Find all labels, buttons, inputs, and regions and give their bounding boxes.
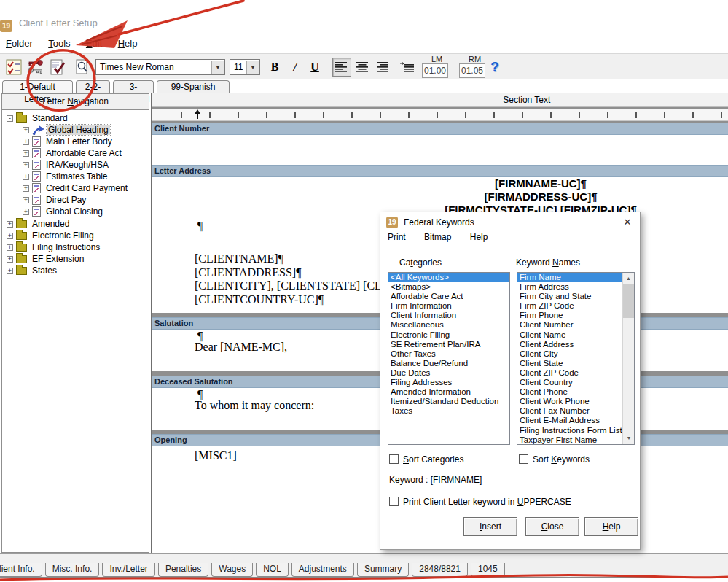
uppercase-option[interactable]: Print Client Letter keyword in UPPERCASE (389, 497, 571, 507)
scroll-up-icon[interactable]: ▲ (623, 273, 634, 284)
italic-button[interactable]: / (286, 58, 305, 77)
close-icon[interactable]: ✕ (621, 217, 634, 228)
dialog-menu-bitmap[interactable]: Bitmap (424, 232, 451, 242)
tab-penalties[interactable]: Penalties (158, 563, 208, 577)
tab-misc-info[interactable]: Misc. Info. (45, 563, 100, 577)
category-item[interactable]: <All Keywords> (388, 273, 509, 282)
tree-item-states[interactable]: + States (7, 265, 58, 276)
tab-wages[interactable]: Wages (211, 563, 253, 577)
align-right-button[interactable] (374, 58, 393, 77)
tab-special[interactable]: 3-Special (113, 80, 154, 93)
keyword-item[interactable]: Firm Name (517, 273, 622, 282)
menu-tools[interactable]: Tools (48, 38, 70, 49)
sort-keywords-checkbox[interactable] (519, 454, 528, 464)
category-item[interactable]: Client Information (388, 311, 509, 320)
sort-keywords-option[interactable]: Sort Keywords (519, 454, 590, 465)
expand-icon[interactable]: + (7, 221, 13, 228)
dialog-menu-help[interactable]: Help (470, 232, 488, 242)
tab-client-info[interactable]: lient Info. (0, 563, 42, 577)
tab-adjustments[interactable]: Adjustments (291, 563, 354, 577)
keyword-item[interactable]: Client Number (517, 320, 622, 330)
tab-default-letters[interactable]: 1-Default Letters (2, 80, 73, 93)
category-item[interactable]: <Bitmaps> (388, 282, 509, 292)
expand-icon[interactable]: + (23, 209, 29, 215)
category-item[interactable]: Miscellaneous (388, 320, 509, 330)
sort-categories-option[interactable]: Sort Categories (389, 454, 463, 465)
bold-button[interactable]: B (265, 58, 284, 77)
expand-icon[interactable]: + (7, 268, 13, 274)
align-left-button[interactable] (332, 58, 351, 77)
keyword-item[interactable]: Firm City and State (517, 292, 622, 301)
align-center-button[interactable] (353, 58, 372, 77)
category-item[interactable]: Filing Addresses (388, 378, 509, 387)
font-family-select[interactable]: Times New Roman ▼ (95, 59, 225, 75)
category-item[interactable]: Taxes (388, 406, 509, 416)
expand-icon[interactable]: + (23, 139, 29, 145)
tree-item-credit-card-payment[interactable]: + Credit Card Payment (23, 182, 129, 194)
sections-checklist-button[interactable] (4, 58, 23, 77)
keyword-names-listbox[interactable]: Firm Name Firm Address Firm City and Sta… (517, 272, 635, 445)
category-item[interactable]: Due Dates (388, 368, 509, 378)
category-item[interactable]: Affordable Care Act (388, 292, 509, 301)
spellcheck-button[interactable] (48, 58, 67, 77)
keyword-item[interactable]: Client Name (517, 330, 622, 340)
tree-item-filing-instructions[interactable]: + Filing Instructions (7, 241, 101, 253)
keyword-item[interactable]: Client Work Phone (517, 397, 622, 406)
expand-icon[interactable]: + (23, 127, 29, 133)
expand-icon[interactable]: + (7, 244, 13, 251)
keyword-item[interactable]: Firm ZIP Code (517, 301, 622, 311)
expand-icon[interactable]: + (7, 256, 13, 263)
expand-icon[interactable]: + (23, 162, 29, 168)
indent-button[interactable] (398, 58, 417, 77)
margin-marker[interactable] (193, 109, 202, 120)
tree-item-affordable-care-act[interactable]: + Affordable Care Act (23, 147, 123, 159)
tab-2848-8821[interactable]: 2848/8821 (412, 563, 468, 577)
keyword-item[interactable]: Client Phone (517, 387, 622, 397)
scrollbar-thumb[interactable] (623, 284, 635, 318)
category-item[interactable]: Itemized/Standard Deduction (388, 397, 509, 406)
tree-item-standard[interactable]: - Standard (7, 112, 69, 124)
tab-spanish-letters[interactable]: 99-Spanish Letters (157, 80, 230, 93)
tree-item-direct-pay[interactable]: + Direct Pay (23, 194, 87, 206)
menu-edit[interactable]: Edit (86, 38, 102, 49)
tree-item-amended[interactable]: + Amended (7, 218, 71, 230)
help-button[interactable]: Help (584, 517, 638, 536)
keyword-item[interactable]: Client Address (517, 340, 622, 349)
keyword-item[interactable]: Client Fax Number (517, 406, 622, 416)
expand-icon[interactable]: + (23, 185, 29, 192)
tree-item-ef-extension[interactable]: + EF Extension (7, 253, 85, 265)
keyword-item[interactable]: Client Country (517, 378, 622, 387)
category-item[interactable]: SE Retirement Plan/IRA (388, 340, 509, 349)
chevron-down-icon[interactable]: ▼ (246, 61, 259, 74)
print-preview-button[interactable] (73, 58, 92, 77)
tab-summary[interactable]: Summary (357, 563, 409, 577)
chevron-down-icon[interactable]: ▼ (211, 61, 224, 74)
tree-item-global-closing[interactable]: + Global Closing (23, 206, 104, 217)
left-margin-field[interactable]: 01.00 (422, 63, 448, 78)
tree-item-global-heading[interactable]: + Global Heading (23, 124, 110, 136)
uppercase-checkbox[interactable] (389, 497, 399, 506)
underline-button[interactable]: U (305, 58, 324, 77)
insert-button[interactable]: Insert (463, 517, 517, 536)
category-item[interactable]: Firm Information (388, 301, 509, 311)
keyword-item[interactable]: Client State (517, 359, 622, 368)
section-body-client-number[interactable] (152, 135, 728, 165)
category-item[interactable]: Balance Due/Refund (388, 359, 509, 368)
expand-icon[interactable]: + (23, 174, 29, 180)
font-size-select[interactable]: 11 ▼ (230, 59, 260, 75)
close-button[interactable]: Close (525, 517, 579, 536)
right-margin-field[interactable]: 01.05 (459, 63, 485, 78)
keyword-item[interactable]: Taxpayer First Name (517, 435, 622, 445)
menu-folder[interactable]: Folder (6, 38, 33, 49)
tree-item-estimates-table[interactable]: + Estimates Table (23, 171, 109, 182)
keyword-list-scrollbar[interactable]: ▲ ▼ (622, 273, 634, 444)
section-header-client-number[interactable]: Client Number (152, 123, 728, 135)
keyword-item[interactable]: Firm Address (517, 282, 622, 292)
keyword-item[interactable]: Client ZIP Code (517, 368, 622, 378)
keyword-item[interactable]: Client City (517, 349, 622, 359)
tab-2-yo[interactable]: 2-2-YO (76, 80, 110, 93)
scroll-down-icon[interactable]: ▼ (623, 432, 635, 444)
dialog-menu-print[interactable]: Print (388, 232, 406, 242)
keywords-button[interactable] (26, 58, 45, 77)
categories-listbox[interactable]: <All Keywords> <Bitmaps> Affordable Care… (388, 272, 510, 445)
